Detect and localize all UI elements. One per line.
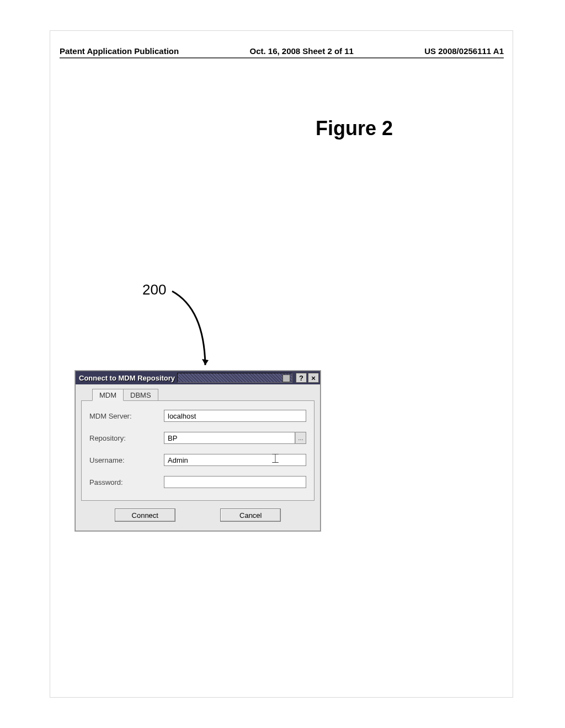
dialog-body: MDM DBMS MDM Server: Repository: … [76,384,320,501]
callout-leader-line [166,287,215,370]
tab-strip: MDM DBMS [92,389,315,400]
row-username: Username: ⌶ [89,454,306,466]
callout-number: 200 [142,281,166,298]
titlebar[interactable]: Connect to MDM Repository ? × [76,371,320,384]
connect-dialog: Connect to MDM Repository ? × MDM DBMS M… [75,371,321,531]
tab-mdm[interactable]: MDM [92,389,124,401]
repository-input[interactable] [164,432,295,444]
page-frame [50,30,513,698]
row-repository: Repository: … [89,432,306,444]
dialog-title: Connect to MDM Repository [79,374,175,382]
label-mdm-server: MDM Server: [89,412,164,420]
chevron-down-icon [282,374,290,382]
page-header: Patent Application Publication Oct. 16, … [60,46,504,56]
close-icon: × [311,374,316,382]
header-rule [60,57,504,58]
help-icon: ? [299,374,303,382]
figure-title: Figure 2 [316,117,393,140]
titlebar-dropdown[interactable] [177,373,292,383]
header-right: US 2008/0256111 A1 [424,46,504,56]
username-input[interactable] [164,454,306,466]
label-repository: Repository: [89,434,164,442]
header-left: Patent Application Publication [60,46,179,56]
dialog-button-row: Connect Cancel [76,501,320,531]
cancel-button[interactable]: Cancel [220,508,281,522]
ellipsis-icon: … [298,435,303,441]
header-mid: Oct. 16, 2008 Sheet 2 of 11 [249,46,353,56]
password-input[interactable] [164,476,306,488]
help-button[interactable]: ? [296,373,307,383]
connect-button[interactable]: Connect [115,508,175,522]
label-username: Username: [89,456,164,464]
row-mdm-server: MDM Server: [89,410,306,422]
close-button[interactable]: × [308,373,319,383]
tab-panel-mdm: MDM Server: Repository: … Username: [81,400,315,501]
row-password: Password: [89,476,306,488]
label-password: Password: [89,478,164,486]
repository-browse-button[interactable]: … [295,432,306,444]
mdm-server-input[interactable] [164,410,306,422]
tab-dbms[interactable]: DBMS [123,389,158,400]
